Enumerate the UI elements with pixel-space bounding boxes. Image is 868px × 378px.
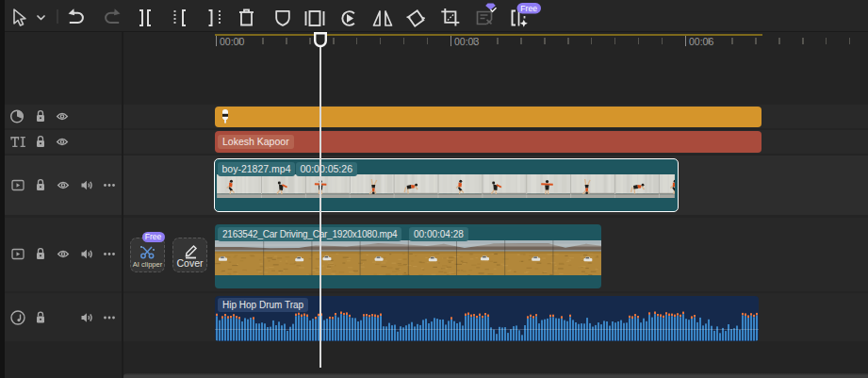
svg-text:Free: Free	[520, 4, 537, 13]
